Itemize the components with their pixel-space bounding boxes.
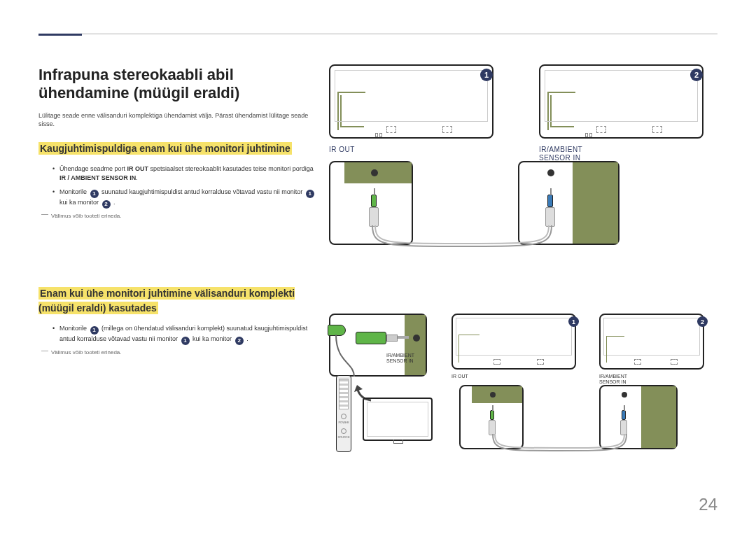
- jack-green-icon: [490, 410, 494, 420]
- sensor-plug-tip: [398, 336, 409, 339]
- remote-label-source: SOURCE: [337, 435, 351, 439]
- text: suunatud kaugjuhtimispuldist antud korra…: [100, 188, 304, 195]
- circled-number-icon: 1: [90, 326, 99, 335]
- remote-label-power: POWER: [337, 421, 351, 424]
- remote-button-icon: [341, 414, 346, 419]
- jack-socket-icon: [622, 392, 627, 398]
- panel-green: [573, 162, 618, 244]
- remote-grid-icon: [339, 379, 349, 409]
- text: .: [112, 199, 115, 206]
- figure-top: 1 2 IR OUT IR/AMBIENT SENSOR IN: [329, 64, 722, 251]
- plug-body: [620, 420, 627, 435]
- page-title: Infrapuna stereokaabli abil ühendamine (…: [38, 66, 318, 103]
- monitor-1-small: [451, 314, 576, 370]
- section1-bullets: Ühendage seadme port IR OUT spetsiaalset…: [52, 164, 318, 209]
- tick-icon: [589, 133, 592, 137]
- panel-green: [641, 386, 676, 448]
- port-icon: [671, 359, 678, 365]
- section2-bullets: Monitorile 1 (millega on ühendatud välis…: [52, 324, 318, 345]
- panel-green: [405, 315, 426, 375]
- plug-body: [545, 207, 555, 227]
- cable-icon: [491, 434, 628, 456]
- top-rule: [38, 34, 718, 34]
- badge-1: 1: [480, 69, 493, 81]
- small-monitor-icon: [363, 398, 433, 441]
- label-ir-ambient-1: IR/AMBIENT: [539, 146, 582, 153]
- port-icon: [596, 126, 606, 133]
- jack-socket-icon: [371, 169, 378, 176]
- cable-icon: [371, 225, 553, 253]
- list-item: Monitorile 1 (millega on ühendatud välis…: [52, 324, 318, 345]
- port-icon: [442, 126, 452, 133]
- text-bold: IR / AMBIENT SENSOR IN: [59, 174, 136, 181]
- sensor-plug-sleeve: [386, 335, 398, 342]
- circled-number-icon: 1: [306, 190, 314, 198]
- tiny-label-ir-ambient-2: SENSOR IN: [386, 358, 414, 363]
- monitor-decoration: [458, 335, 479, 363]
- text: .: [245, 335, 248, 342]
- section1-heading: Kaugjuhtimispuldiga enam kui ühe monitor…: [38, 142, 292, 155]
- screen-inner: [367, 402, 428, 437]
- list-item: Monitorile 1 suunatud kaugjuhtimispuldis…: [52, 188, 318, 209]
- screen-area: [335, 70, 488, 122]
- plug-body: [369, 207, 379, 227]
- section2-heading-wrap: Enam kui ühe monitori juhtimine välisand…: [38, 286, 318, 316]
- text-column: Infrapuna stereokaabli abil ühendamine (…: [38, 66, 318, 356]
- page: Infrapuna stereokaabli abil ühendamine (…: [0, 0, 756, 534]
- monitor-stand-icon: [393, 440, 403, 444]
- tick-icon: [585, 133, 588, 137]
- circled-number-icon: 2: [235, 337, 244, 345]
- section2-note: Välimus võib tooteti erineda.: [44, 349, 318, 356]
- label-ir-ambient-small-1: IR/AMBIENT: [599, 374, 627, 379]
- jack-tip-icon: [374, 188, 375, 195]
- circled-number-icon: 2: [102, 200, 111, 209]
- label-ir-out: IR OUT: [329, 146, 355, 153]
- port-icon: [652, 126, 662, 133]
- jack-green-icon: [371, 195, 377, 207]
- badge-2: 2: [690, 69, 703, 81]
- text: spetsiaalset stereokaablit kasutades tei…: [148, 165, 314, 172]
- jack-socket-icon: [547, 169, 554, 176]
- jack-tip-icon: [624, 405, 625, 411]
- list-item: Ühendage seadme port IR OUT spetsiaalset…: [52, 164, 318, 183]
- accent-bar: [38, 34, 82, 36]
- section1-note: Välimus võib tooteti erineda.: [44, 213, 318, 219]
- port-icon: [537, 359, 544, 365]
- remote-button-icon: [341, 428, 346, 434]
- text: kui ka monitor: [59, 199, 101, 206]
- jack-blue-icon: [622, 410, 626, 420]
- label-ir-ambient-small-2: SENSOR IN: [599, 379, 626, 384]
- remote-control-icon: POWER SOURCE: [336, 375, 351, 452]
- monitor-decoration: [606, 336, 624, 363]
- text: Monitorile: [59, 188, 89, 195]
- section2-heading: Enam kui ühe monitori juhtimine välisand…: [38, 287, 295, 314]
- tiny-label-ir-ambient-1: IR/AMBIENT: [386, 353, 414, 358]
- figure-bottom: IR/AMBIENT SENSOR IN POWER SOURCE: [329, 314, 722, 475]
- plug-body: [489, 420, 496, 435]
- monitor-2-small: [599, 314, 704, 370]
- page-number: 24: [699, 495, 718, 514]
- badge-2-small: 2: [697, 316, 708, 327]
- text: .: [136, 174, 138, 181]
- intro-paragraph: Lülitage seade enne välisanduri komplekt…: [38, 111, 318, 129]
- jack-socket-icon: [490, 392, 496, 398]
- panel-green: [472, 386, 522, 403]
- port-icon: [493, 359, 500, 365]
- circled-number-icon: 1: [181, 337, 190, 345]
- tick-icon: [375, 133, 378, 137]
- port-icon: [634, 359, 641, 365]
- jack-tip-icon: [492, 405, 493, 411]
- screen-area: [545, 70, 698, 122]
- port-icon: [386, 126, 396, 133]
- text: kui ka monitor: [191, 335, 234, 342]
- monitor-2-frame: [539, 64, 704, 139]
- tick-icon: [379, 133, 382, 137]
- label-ir-out-small: IR OUT: [451, 374, 468, 379]
- text: Ühendage seadme port: [59, 165, 127, 172]
- badge-1-small: 1: [568, 316, 579, 327]
- section1-heading-wrap: Kaugjuhtimispuldiga enam kui ühe monitor…: [38, 141, 318, 156]
- text: Monitorile: [59, 325, 89, 332]
- jack-tip-icon: [550, 188, 552, 195]
- monitor-1-frame: [329, 64, 493, 139]
- text-bold: IR OUT: [127, 165, 149, 172]
